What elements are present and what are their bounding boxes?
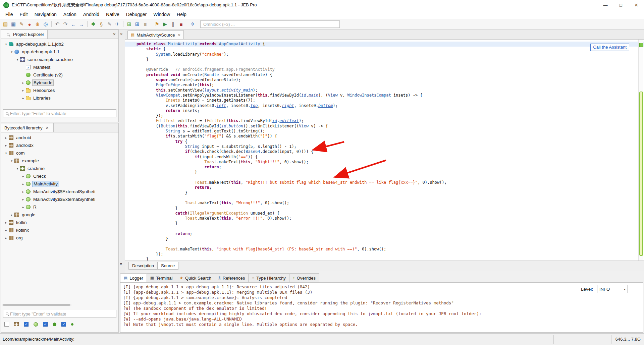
code-line[interactable]: Insets insets0 = insets.getInsets(7); [137,98,637,103]
level-select[interactable]: INFO ▾ [597,285,628,293]
code-line[interactable]: public class MainActivity extends AppCom… [125,42,644,47]
filter-field-toggle[interactable] [71,323,73,326]
rename-icon[interactable]: ✎ [105,20,113,28]
code-line[interactable]: return; [137,231,637,236]
code-line[interactable] [137,242,637,247]
decompiled-source-view[interactable]: public class MainActivity extends AppCom… [125,40,644,261]
tab-source[interactable]: Source [157,262,178,270]
scrollbar-thumb[interactable] [3,304,70,306]
code-line[interactable]: try { [137,139,637,144]
hierarchy-item-androidx[interactable]: ▸androidx [1,141,118,149]
project-explorer-item-com-example-crackme[interactable]: ▾com.example.crackme [1,56,118,63]
hierarchy-item-kotlin[interactable]: ▸kotlin [1,219,118,226]
hierarchy-item-mainactivity-externalsyntheti[interactable]: ▸MainActivity$$ExternalSyntheti [1,195,118,203]
expand-icon[interactable]: ▸ [21,206,25,209]
filter-method-checkbox[interactable] [43,322,48,327]
extract-icon[interactable]: ⊕ [34,20,42,28]
code-line[interactable]: } [137,190,637,195]
undo-icon[interactable]: ↶ [53,20,61,28]
tab-mainactivity-source[interactable]: ▤ MainActivity/Source × [127,30,184,39]
forward-icon[interactable]: → [77,20,86,28]
code-line[interactable]: Toast.makeText(this, "Right!!! but submi… [137,180,637,185]
project-explorer-item-bytecode[interactable]: ▸Bytecode [1,79,118,87]
hierarchy-tab[interactable]: Bytecode/Hierarchy × [1,123,54,132]
menu-window[interactable]: Window [150,11,173,18]
expand-icon[interactable]: ▸ [21,182,25,186]
filter-class-toggle[interactable] [34,322,38,327]
code-line[interactable]: EditText editText = (EditText)this.findV… [137,118,637,123]
tab-quick-search[interactable]: ★Quick Search [176,273,215,282]
expand-icon[interactable]: ▸ [21,190,25,193]
code-line[interactable] [137,62,637,67]
code-line[interactable]: } [137,236,637,241]
close-icon[interactable]: × [120,32,123,37]
project-explorer-item-certificate-v2[interactable]: Certificate (v2) [1,71,118,79]
expand-icon[interactable]: ▸ [9,213,14,217]
code-line[interactable]: super.onCreate(savedInstanceState); [137,77,637,82]
filter-class-checkbox[interactable] [24,322,29,327]
redo-icon[interactable]: ↷ [61,20,69,28]
minimize-button[interactable]: — [598,0,613,10]
code-line[interactable]: String s = editText.getText().toString()… [137,129,637,134]
package-grid-icon[interactable]: ⊞ [133,20,141,28]
code-line[interactable]: String input = s.substring(5, s.length()… [137,144,637,149]
code-line[interactable]: ((Button)this.findViewById(id.button)).s… [137,124,637,129]
globe-icon[interactable]: ◎ [42,20,50,28]
expand-icon[interactable]: ▸ [4,221,8,224]
code-line[interactable]: catch(IllegalArgumentException unused_ex… [137,211,637,216]
hierarchy-filter-input[interactable] [10,311,116,317]
code-line[interactable]: if(input.endsWith("==")) { [137,155,637,160]
code-line[interactable]: static { [137,47,637,52]
script-icon[interactable]: § [97,20,105,28]
code-line[interactable]: } [137,170,637,175]
hierarchy-item-com[interactable]: ▾com [1,149,118,157]
menu-edit[interactable]: Edit [16,11,31,18]
menu-debugger[interactable]: Debugger [123,11,150,18]
expand-icon[interactable]: ▸ [21,81,25,84]
save-icon[interactable]: ▣ [9,20,17,28]
sort-icon[interactable]: ≡ [141,20,149,28]
menu-file[interactable]: File [2,11,16,18]
code-line[interactable] [137,175,637,180]
filter-method-toggle[interactable] [53,323,56,326]
expand-icon[interactable]: ▸ [21,97,25,100]
open-icon[interactable]: ▤ [1,20,9,28]
hierarchy-item-check[interactable]: ▸Check [1,172,118,180]
code-line[interactable]: if(Check.check(Check.dec(Base64.decode(i… [137,149,637,154]
code-line[interactable]: Toast.makeText(this, "error !!!", 0).sho… [137,216,637,221]
project-explorer-filter-input[interactable] [10,111,116,116]
project-explorer-item-app-debug-apk-1-1[interactable]: ▾app-debug.apk.1.1 [1,48,118,56]
hierarchy-item-example[interactable]: ▾example [1,157,118,165]
code-line[interactable]: } [137,206,637,211]
expand-icon[interactable]: ▸ [4,136,8,139]
horizontal-scrollbar[interactable] [2,304,71,306]
code-line[interactable]: if(s.startsWith("flag{") && s.endsWith("… [137,134,637,139]
tab-terminal[interactable]: ▦Terminal [147,273,176,282]
run-icon[interactable]: ▶ [161,20,169,28]
code-line[interactable]: } [137,221,637,226]
code-line[interactable] [137,195,637,200]
pause-icon[interactable]: ∥ [169,20,177,28]
expand-icon[interactable]: ▸ [21,175,25,178]
collapse-icon[interactable]: ▾ [15,58,20,61]
record-icon[interactable]: ● [25,20,34,28]
tab-references[interactable]: §References [215,273,249,282]
code-line[interactable]: }); [137,252,637,257]
code-line[interactable]: protected void onCreate(Bundle savedInst… [137,72,637,77]
project-explorer-item-app-debug-apk-1-1-jdb2[interactable]: ▾app-debug.apk.1.1.jdb2 [1,40,118,48]
collapse-icon[interactable]: ▾ [9,159,14,163]
stop-icon[interactable]: ■ [177,20,185,28]
code-line[interactable]: this.setContentView(layout.activity_main… [137,88,637,93]
assistant-link[interactable]: Call the Assistant [590,44,629,51]
hierarchy-item-r[interactable]: ▸R [1,203,118,211]
expand-chevrons-icon[interactable]: » [120,261,122,266]
compass-icon[interactable]: ✈ [189,20,197,28]
project-explorer-item-libraries[interactable]: ▸Libraries [1,94,118,102]
collapse-icon[interactable]: ▾ [9,50,14,54]
project-explorer-tab[interactable]: Project Explorer [1,30,48,39]
tab-description[interactable]: Description [128,262,158,270]
log-area[interactable]: [I] {app-debug.apk.1.1 > app-debug.apk.1… [120,282,643,333]
collapse-icon[interactable]: ▾ [4,43,8,46]
hierarchy-item-mainactivity-externalsyntheti[interactable]: ▸MainActivity$$ExternalSyntheti [1,188,118,195]
expand-icon[interactable]: ▸ [21,89,25,92]
